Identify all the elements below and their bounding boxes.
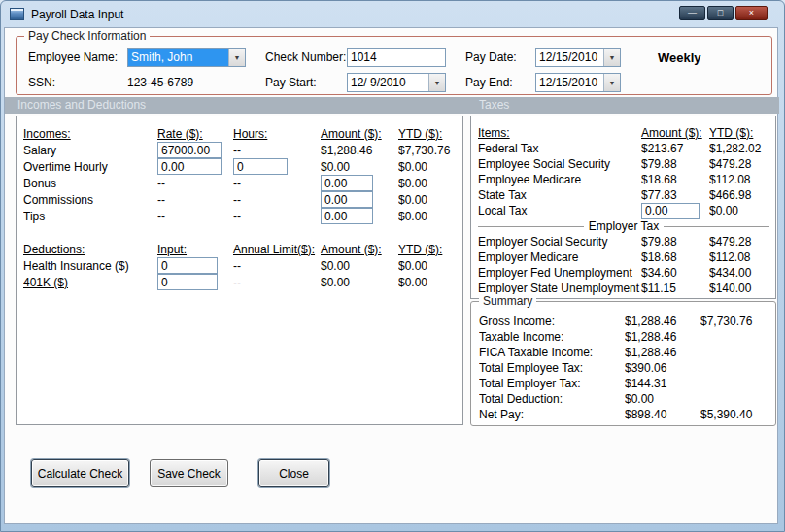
pay-date-value: 12/15/2010 [536, 49, 603, 66]
taxes-section-label: Taxes [479, 98, 509, 112]
summary-cell: $390.06 [625, 361, 700, 375]
summary-cell: $7,730.76 [700, 315, 771, 328]
ssn-label: SSN: [28, 76, 127, 89]
pay-start-picker[interactable]: 12/ 9/2010 ▼ [347, 73, 446, 92]
amount-header: Amount ($): [641, 126, 709, 140]
health-insurance-input[interactable] [157, 257, 218, 274]
pay-frequency-label: Weekly [640, 50, 771, 65]
income-cell: $0.00 [321, 160, 398, 174]
income-cell: -- [157, 210, 233, 223]
tax-cell: $112.08 [709, 250, 769, 264]
minimize-button[interactable]: — [679, 6, 705, 20]
summary-cell: $1,288.46 [625, 315, 700, 328]
tax-row-label: Employer State Unemployment [478, 282, 641, 295]
income-cell: $0.00 [398, 210, 457, 223]
close-button[interactable]: × [735, 6, 768, 20]
tax-cell: $479.28 [709, 235, 769, 249]
paycheck-group-label: Pay Check Information [24, 29, 150, 43]
tax-row-label: Federal Tax [478, 142, 641, 155]
bonus-amount-input[interactable] [321, 175, 373, 191]
incomes-header: Incomes: [23, 127, 157, 141]
close-icon: × [749, 9, 754, 17]
maximize-button[interactable]: □ [707, 6, 734, 20]
tax-row-label: Employer Fed Unemployment [478, 266, 641, 280]
employee-name-value: Smith, John [128, 49, 228, 66]
summary-row-label: Gross Income: [479, 315, 625, 328]
income-row-label: Commissions [23, 193, 157, 207]
ytd-header: YTD ($): [398, 127, 457, 141]
hours-header: Hours: [233, 127, 321, 141]
pay-end-picker[interactable]: 12/15/2010 ▼ [535, 73, 621, 92]
window-controls: — □ × [679, 6, 768, 20]
income-cell: -- [157, 193, 233, 207]
tips-amount-input[interactable] [321, 208, 373, 224]
tax-cell: $77.83 [641, 188, 709, 202]
summary-row-label: FICA Taxable Income: [479, 346, 625, 359]
chevron-down-icon: ▼ [434, 80, 441, 86]
income-cell: -- [233, 193, 321, 207]
pay-start-value: 12/ 9/2010 [348, 74, 428, 91]
deduction-cell: $0.00 [321, 259, 398, 273]
local-tax-input[interactable] [641, 203, 700, 219]
tax-row-label: Local Tax [478, 204, 641, 217]
save-check-button[interactable]: Save Check [150, 459, 228, 487]
check-number-input[interactable] [347, 48, 446, 67]
tax-row-label: Employer Social Security [478, 235, 641, 249]
employee-name-combobox[interactable]: Smith, John ▼ [127, 48, 246, 67]
tax-cell: $18.68 [641, 173, 709, 186]
overtime-hours-input[interactable] [233, 158, 288, 175]
summary-cell: $144.31 [625, 377, 700, 390]
close-dialog-button[interactable]: Close [258, 459, 329, 487]
income-cell: $1,288.46 [321, 144, 398, 157]
chevron-down-icon: ▼ [609, 80, 616, 86]
summary-cell: $5,390.40 [700, 408, 771, 421]
commissions-amount-input[interactable] [321, 191, 373, 208]
ytd-header: YTD ($): [398, 243, 457, 256]
pay-date-picker[interactable]: 12/15/2010 ▼ [535, 48, 621, 67]
tax-cell: $79.88 [641, 157, 709, 171]
titlebar[interactable]: Payroll Data Input — □ × [4, 1, 776, 27]
taxes-panel: Items: Amount ($): YTD ($): Federal Tax … [470, 116, 776, 299]
salary-rate-input[interactable] [157, 142, 222, 158]
taxes-table: Items: Amount ($): YTD ($): Federal Tax … [478, 125, 769, 296]
items-header: Items: [478, 126, 641, 140]
deductions-header: Deductions: [23, 243, 157, 256]
overtime-rate-input[interactable] [157, 158, 222, 175]
tax-cell: $112.08 [709, 173, 769, 186]
pay-end-dropdown-button[interactable]: ▼ [603, 74, 620, 91]
income-row-label: Bonus [23, 177, 157, 190]
ssn-value: 123-45-6789 [127, 76, 265, 89]
deduction-cell: $0.00 [321, 276, 398, 289]
tax-cell: $34.60 [641, 266, 709, 280]
tax-row-label: Employer Medicare [478, 250, 641, 264]
calculate-check-button[interactable]: Calculate Check [31, 459, 129, 487]
rate-header: Rate ($): [157, 127, 233, 141]
pay-date-dropdown-button[interactable]: ▼ [603, 49, 620, 66]
employer-tax-group-label: Employer Tax [589, 219, 659, 233]
income-row-label: Salary [23, 144, 157, 157]
income-cell: -- [157, 177, 233, 190]
k401-link-label[interactable]: 401K ($) [23, 276, 157, 289]
annual-limit-header: Annual Limit($): [233, 243, 321, 256]
pay-date-label: Pay Date: [465, 50, 535, 64]
tax-cell: $479.28 [709, 157, 769, 171]
pay-end-label: Pay End: [465, 76, 535, 89]
incomes-table: Incomes: Rate ($): Hours: Amount ($): YT… [23, 125, 457, 290]
paycheck-info-group: Pay Check Information Employee Name: Smi… [16, 36, 772, 95]
summary-table: Gross Income: $1,288.46 $7,730.76 Taxabl… [471, 302, 775, 422]
k401-input[interactable] [157, 274, 218, 290]
summary-group: Summary Gross Income: $1,288.46 $7,730.7… [470, 301, 776, 426]
deduction-cell: $0.00 [398, 276, 457, 289]
income-row-label: Overtime Hourly [23, 160, 157, 174]
pay-start-dropdown-button[interactable]: ▼ [428, 74, 445, 91]
employee-name-dropdown-button[interactable]: ▼ [228, 49, 245, 66]
summary-row-label: Total Employee Tax: [479, 361, 625, 375]
tax-cell: $79.88 [641, 235, 709, 249]
income-row-label: Tips [23, 210, 157, 223]
deduction-cell: $0.00 [398, 259, 457, 273]
tax-row-label: Employee Social Security [478, 157, 641, 171]
pay-start-label: Pay Start: [265, 76, 347, 89]
button-row: Calculate Check Save Check Close [31, 459, 329, 487]
summary-cell: $0.00 [625, 392, 700, 406]
summary-row-label: Net Pay: [479, 408, 625, 421]
